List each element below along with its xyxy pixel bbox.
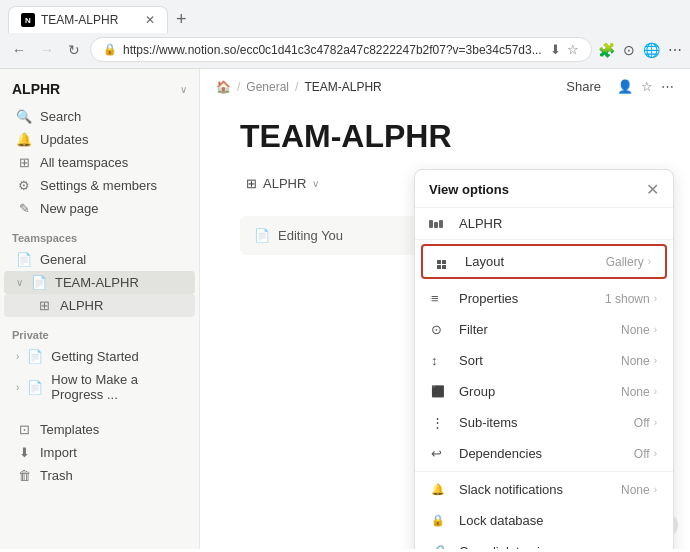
browser-actions: 🧩 ⊙ 🌐 ⋯ [598, 42, 682, 58]
copy-link-icon: 🔗 [431, 545, 451, 549]
subitems-value: Off › [634, 416, 657, 430]
updates-icon: 🔔 [16, 132, 32, 147]
sort-value: None › [621, 354, 657, 368]
filter-chevron: › [654, 324, 657, 335]
team-alphr-chevron: ∨ [16, 277, 23, 288]
breadcrumb: 🏠 / General / TEAM-ALPHR [216, 80, 382, 94]
breadcrumb-current: TEAM-ALPHR [304, 80, 381, 94]
sidebar-item-team-alphr[interactable]: ∨ 📄 TEAM-ALPHR [4, 271, 195, 294]
forward-button[interactable]: → [36, 40, 58, 60]
properties-label: Properties [459, 291, 605, 306]
refresh-button[interactable]: ↻ [64, 40, 84, 60]
view-options-panel: View options ✕ ALPHR [414, 169, 674, 549]
back-button[interactable]: ← [8, 40, 30, 60]
url-bar[interactable]: 🔒 https://www.notion.so/ecc0c1d41c3c4782… [90, 37, 592, 62]
properties-chevron: › [654, 293, 657, 304]
view-options-filter-item[interactable]: ⊙ Filter None › [417, 314, 671, 345]
sidebar-alphr-label: ALPHR [60, 298, 103, 313]
workspace-chevron: ∨ [180, 84, 187, 95]
copy-link-label: Copy link to view [459, 544, 657, 549]
dependencies-value: Off › [634, 447, 657, 461]
group-chevron: › [654, 386, 657, 397]
sidebar-item-settings[interactable]: ⚙ Settings & members [4, 174, 195, 197]
page-title: TEAM-ALPHR [240, 118, 650, 155]
settings-icon: ⚙ [16, 178, 32, 193]
sidebar-item-general[interactable]: 📄 General [4, 248, 195, 271]
sort-icon: ↕ [431, 353, 451, 368]
header-user-icon: 👤 [617, 79, 633, 94]
teamspaces-icon: ⊞ [16, 155, 32, 170]
sidebar-item-updates[interactable]: 🔔 Updates [4, 128, 195, 151]
profile-icon: ⊙ [623, 42, 635, 58]
view-name-button[interactable]: ⊞ ALPHR ∨ [240, 172, 325, 195]
group-icon: ⬛ [431, 385, 451, 398]
filter-label: Filter [459, 322, 621, 337]
lock-db-icon: 🔒 [431, 514, 451, 527]
view-options-view-name: ALPHR [415, 208, 673, 240]
menu-icon: ⋯ [668, 42, 682, 58]
sort-label: Sort [459, 353, 621, 368]
sidebar-item-trash[interactable]: 🗑 Trash [4, 464, 195, 487]
view-options-dependencies-item[interactable]: ↩ Dependencies Off › [417, 438, 671, 469]
group-label: Group [459, 384, 621, 399]
group-value: None › [621, 385, 657, 399]
layout-icon [437, 254, 457, 269]
sidebar-item-templates[interactable]: ⊡ Templates [4, 418, 195, 441]
layout-chevron: › [648, 256, 651, 267]
subitems-chevron: › [654, 417, 657, 428]
getting-started-icon: 📄 [27, 349, 43, 364]
breadcrumb-sep1: / [237, 80, 240, 94]
lock-label: Lock database [459, 513, 657, 528]
vo-grid-icon [429, 216, 443, 231]
search-icon: 🔍 [16, 109, 32, 124]
sidebar-item-alphr[interactable]: ⊞ ALPHR [4, 294, 195, 317]
sidebar-item-getting-started[interactable]: › 📄 Getting Started [4, 345, 195, 368]
editing-card-text: Editing You [278, 228, 343, 243]
slack-chevron: › [654, 484, 657, 495]
view-options-sort-item[interactable]: ↕ Sort None › [417, 345, 671, 376]
top-bar: 🏠 / General / TEAM-ALPHR Share 👤 ☆ ⋯ [200, 69, 690, 98]
view-options-subitems-item[interactable]: ⋮ Sub-items Off › [417, 407, 671, 438]
tab-close-button[interactable]: ✕ [145, 13, 155, 27]
share-button[interactable]: Share [558, 75, 609, 98]
new-tab-button[interactable]: + [172, 9, 191, 30]
team-alphr-icon: 📄 [31, 275, 47, 290]
layout-label: Layout [465, 254, 606, 269]
new-page-icon: ✎ [16, 201, 32, 216]
main-content: 🏠 / General / TEAM-ALPHR Share 👤 ☆ ⋯ TEA… [200, 69, 690, 549]
getting-started-chevron: › [16, 351, 19, 362]
view-chevron-icon: ∨ [312, 178, 319, 189]
sidebar-updates-label: Updates [40, 132, 88, 147]
sidebar-item-progress[interactable]: › 📄 How to Make a Progress ... [4, 368, 195, 406]
sort-chevron: › [654, 355, 657, 366]
sidebar-item-new-page[interactable]: ✎ New page [4, 197, 195, 220]
slack-icon: 🔔 [431, 483, 451, 496]
extensions-icon: 🧩 [598, 42, 615, 58]
tab-title: TEAM-ALPHR [41, 13, 139, 27]
progress-icon: 📄 [27, 380, 43, 395]
dependencies-chevron: › [654, 448, 657, 459]
layout-value: Gallery › [606, 255, 651, 269]
view-options-group-item[interactable]: ⬛ Group None › [417, 376, 671, 407]
trash-icon: 🗑 [16, 468, 32, 483]
star-icon: ☆ [567, 42, 579, 57]
view-options-properties-item[interactable]: ≡ Properties 1 shown › [417, 283, 671, 314]
dependencies-icon: ↩ [431, 446, 451, 461]
view-options-close-button[interactable]: ✕ [646, 180, 659, 199]
general-icon: 📄 [16, 252, 32, 267]
view-options-layout-item[interactable]: Layout Gallery › [421, 244, 667, 279]
header-more-icon: ⋯ [661, 79, 674, 94]
view-options-lock-item[interactable]: 🔒 Lock database [417, 505, 671, 536]
app: ALPHR ∨ 🔍 Search 🔔 Updates ⊞ All teamspa… [0, 69, 690, 549]
private-section-label: Private [0, 317, 199, 345]
slack-label: Slack notifications [459, 482, 621, 497]
sidebar-item-all-teamspaces[interactable]: ⊞ All teamspaces [4, 151, 195, 174]
tab-bar: N TEAM-ALPHR ✕ + [0, 0, 690, 33]
view-name-label: ALPHR [263, 176, 306, 191]
view-options-title: View options [429, 182, 509, 197]
active-tab[interactable]: N TEAM-ALPHR ✕ [8, 6, 168, 33]
view-options-copy-link-item[interactable]: 🔗 Copy link to view [417, 536, 671, 549]
sidebar-item-import[interactable]: ⬇ Import [4, 441, 195, 464]
sidebar-item-search[interactable]: 🔍 Search [4, 105, 195, 128]
view-options-slack-item[interactable]: 🔔 Slack notifications None › [417, 474, 671, 505]
